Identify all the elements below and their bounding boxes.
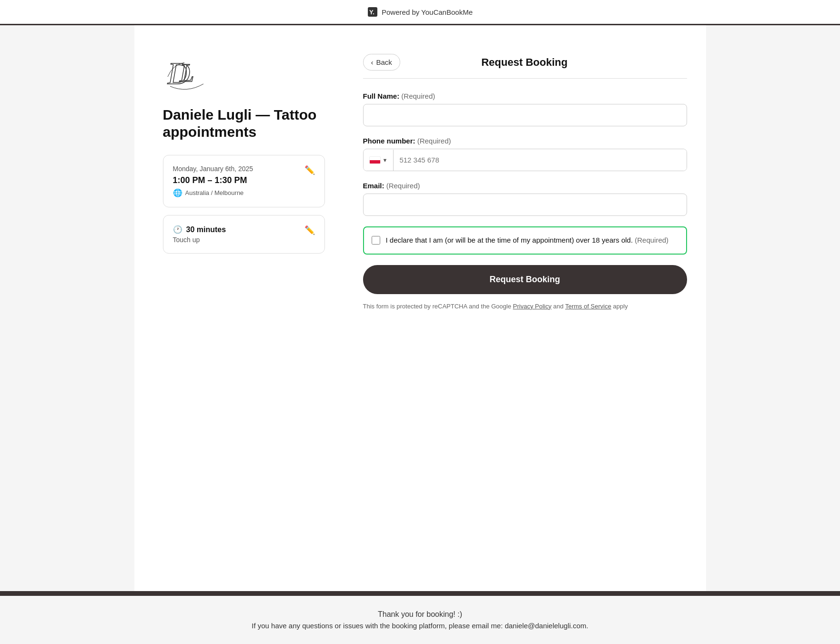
email-required: (Required) [386,182,420,190]
age-declaration-group: I declare that I am (or will be at the t… [363,226,687,255]
business-title: Daniele Lugli — Tattoo appointments [163,106,325,141]
phone-group: Phone number: (Required) ▼ [363,137,687,171]
email-label: Email: (Required) [363,182,687,190]
age-declaration-checkbox[interactable] [372,236,380,245]
duration-card: 🕐 30 minutes Touch up ✏️ [163,215,325,254]
edit-appointment-icon[interactable]: ✏️ [304,165,315,175]
clock-icon: 🕐 [173,225,182,234]
appointment-card: Monday, January 6th, 2025 1:00 PM – 1:30… [163,155,325,207]
request-booking-button[interactable]: Request Booking [363,265,687,294]
svg-text:Y.: Y. [369,9,374,16]
full-name-group: Full Name: (Required) [363,92,687,126]
brand-logo: D L [163,54,211,92]
appointment-date: Monday, January 6th, 2025 [173,165,253,173]
ycbm-logo-icon: Y. [367,7,378,17]
footer-thank-you: Thank you for booking! :) [10,610,830,619]
bottom-footer: Thank you for booking! :) If you have an… [0,596,840,644]
powered-by-text: Powered by YouCanBookMe [382,8,473,16]
form-divider [363,78,687,79]
appointment-time: 1:00 PM – 1:30 PM [173,175,253,185]
full-name-required: (Required) [401,92,435,100]
privacy-policy-link[interactable]: Privacy Policy [513,303,552,310]
phone-input-row: ▼ [363,149,687,171]
top-bar: Y. Powered by YouCanBookMe [0,0,840,25]
dark-separator-bar [0,591,840,596]
phone-dropdown-icon: ▼ [383,157,388,163]
phone-label: Phone number: (Required) [363,137,687,145]
back-chevron-icon: ‹ [371,58,374,66]
age-declaration-label: I declare that I am (or will be at the t… [386,235,669,246]
service-label: Touch up [173,236,226,244]
globe-icon: 🌐 [173,188,182,197]
back-label: Back [376,58,392,66]
appointment-timezone: 🌐 Australia / Melbourne [173,188,253,197]
checkbox-required: (Required) [635,236,668,244]
phone-input[interactable] [394,149,686,171]
phone-required: (Required) [417,137,451,145]
full-name-input[interactable] [363,104,687,126]
form-title: Request Booking [481,56,567,69]
poland-flag-icon [369,156,381,164]
email-input[interactable] [363,194,687,216]
terms-of-service-link[interactable]: Terms of Service [565,303,611,310]
email-group: Email: (Required) [363,182,687,216]
phone-country-selector[interactable]: ▼ [364,150,394,171]
duration-label: 30 minutes [186,225,226,234]
recaptcha-notice: This form is protected by reCAPTCHA and … [363,302,687,311]
full-name-label: Full Name: (Required) [363,92,687,100]
footer-contact: If you have any questions or issues with… [10,622,830,630]
left-panel: D L Daniele Lugli — Tattoo appointments … [163,54,325,562]
svg-text:L: L [179,58,194,87]
main-content: D L Daniele Lugli — Tattoo appointments … [134,25,706,591]
right-panel: ‹ Back Request Booking Full Name: (Requi… [363,54,687,562]
form-header: ‹ Back Request Booking [363,54,687,71]
back-button[interactable]: ‹ Back [363,54,400,71]
edit-duration-icon[interactable]: ✏️ [304,225,315,235]
